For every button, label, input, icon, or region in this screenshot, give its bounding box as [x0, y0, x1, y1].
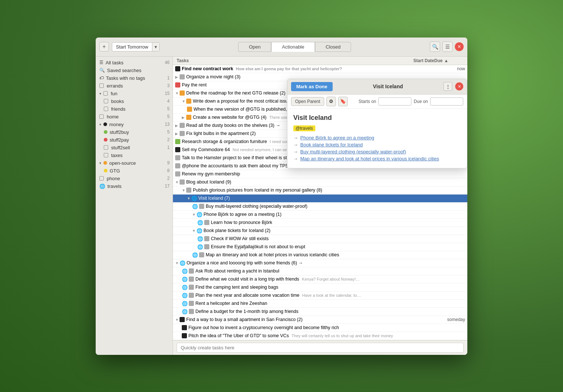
task-name: Phone Björk to agree on a meeting (1)	[203, 212, 465, 217]
table-row[interactable]: ▼ Blog about Iceland (9)	[173, 178, 467, 186]
sidebar-item-open-source[interactable]: ▾ open-source 9	[96, 159, 173, 167]
task-color-indicator	[189, 277, 194, 282]
tab-open[interactable]: Open	[238, 42, 271, 52]
task-color-indicator	[182, 333, 187, 338]
open-source-label: open-source	[109, 160, 136, 166]
sidebar-item-saved-searches[interactable]: 🔍 Saved searches	[96, 67, 173, 74]
table-row[interactable]: 🌐 Check if WOW Air still exists	[173, 235, 467, 243]
tab-actionable[interactable]: Actionable	[271, 42, 315, 52]
sidebar-item-stuff2sell[interactable]: stuff2sell 1	[96, 144, 173, 152]
table-row[interactable]: ▼ 🌐 Visit Iceland (7)	[173, 195, 467, 203]
sidebar-item-money[interactable]: ▾ money 13	[96, 121, 173, 128]
table-row[interactable]: 🌐 Ask Rob about renting a yacht in Istan…	[173, 267, 467, 275]
sidebar-item-stuff2pay[interactable]: stuff2pay 2	[96, 136, 173, 144]
app-window: + Start Tomorrow ▾ Open Actionable Close…	[96, 38, 467, 355]
list-item[interactable]: Phone Björk to agree on a meeting	[293, 135, 461, 140]
table-row[interactable]: 🌐 Rent a helicopter and hire Zeeshan	[173, 300, 467, 308]
task-color-indicator	[204, 244, 209, 249]
menu-button[interactable]: ☰	[442, 42, 453, 52]
detail-close-button[interactable]: ✕	[455, 82, 463, 90]
task-expand-icon: ▼	[182, 99, 186, 103]
task-name: Book plane tickets for Iceland (2)	[203, 228, 465, 233]
task-name: Organize a nice and loooong trip with so…	[187, 260, 465, 266]
table-row[interactable]: 🌐 Buy multi-layered clothing (especially…	[173, 203, 467, 211]
table-row[interactable]: 🌐 Learn how to pronounce Björk	[173, 219, 467, 227]
sidebar-item-gtg[interactable]: GTG 8	[96, 167, 173, 175]
search-button[interactable]: 🔍	[430, 42, 440, 52]
sidebar-item-home[interactable]: home 5	[96, 113, 173, 121]
sidebar-item-phone[interactable]: phone 2	[96, 175, 173, 182]
table-row[interactable]: 🌐 Define what we could visit in a long t…	[173, 275, 467, 284]
task-expand-icon: ▼	[192, 229, 196, 233]
close-button[interactable]: ✕	[455, 42, 464, 51]
sidebar-item-no-tags[interactable]: 🏷 Tasks with no tags 1	[96, 74, 173, 82]
table-row[interactable]: ▼ 🌐 Phone Björk to agree on a meeting (1…	[173, 211, 467, 219]
table-row[interactable]: ▼ 🌐 Organize a nice and loooong trip wit…	[173, 259, 467, 267]
no-tags-count: 1	[167, 75, 170, 81]
task-name: Ask Rob about renting a yacht in Istanbu…	[195, 268, 465, 274]
travels-label: travels	[107, 183, 121, 189]
list-item[interactable]: Buy multi-layered clothing (especially w…	[293, 149, 461, 154]
sidebar-item-taxes[interactable]: taxes	[96, 152, 173, 159]
sidebar-item-all-tasks[interactable]: ☰ All tasks 46	[96, 59, 173, 67]
gtg-dot	[104, 169, 107, 172]
sidebar-item-travels[interactable]: 🌐 travels 17	[96, 182, 173, 190]
table-row[interactable]: 🌐 Find the camping tent and sleeping bag…	[173, 284, 467, 292]
list-item[interactable]: Book plane tickets for Iceland	[293, 142, 461, 147]
list-item[interactable]: Map an itinerary and look at hotel price…	[293, 156, 461, 161]
task-expand-icon: ▼	[175, 261, 180, 265]
detail-menu-button[interactable]: ⋮	[443, 82, 452, 91]
table-row[interactable]: ▼ 🌐 Book plane tickets for Iceland (2)	[173, 227, 467, 235]
quick-create-input[interactable]	[177, 343, 464, 353]
subtask-link[interactable]: Buy multi-layered clothing (especially w…	[300, 149, 406, 154]
detail-settings-icon[interactable]: ⚙	[326, 97, 336, 106]
detail-body: Visit Iceland @travels Phone Björk to ag…	[287, 109, 467, 168]
sidebar-item-books[interactable]: books 4	[96, 97, 173, 105]
detail-tag[interactable]: @travels	[293, 125, 315, 131]
task-color-indicator	[182, 325, 187, 330]
table-row[interactable]: 🌐 Define a budget for the 1-month trip a…	[173, 308, 467, 316]
fun-checkbox	[103, 91, 108, 96]
task-name: Find a way to buy a small apartment in S…	[186, 317, 436, 322]
table-row[interactable]: 🌐 Map an itinerary and look at hotel pri…	[173, 251, 467, 259]
sidebar-item-fun[interactable]: ▾ fun 15	[96, 90, 173, 97]
globe-icon: 🌐	[182, 277, 188, 282]
detail-bookmark-icon[interactable]: 🔖	[338, 97, 348, 106]
table-row[interactable]: 🌐 Ensure the Eyjafjallajökull is not abo…	[173, 243, 467, 251]
open-parent-button[interactable]: Open Parent	[291, 97, 324, 106]
task-color-indicator	[175, 82, 180, 88]
mark-done-button[interactable]: Mark as Done	[291, 82, 333, 91]
task-color-indicator	[175, 163, 180, 168]
tag-icon: 🏷	[99, 75, 104, 81]
table-row[interactable]: 🌐 Plan the next year and allocate some v…	[173, 292, 467, 300]
search-icon: 🔍	[99, 68, 105, 73]
table-row[interactable]: Pitch the idea of "The Uber of GTD" to s…	[173, 332, 467, 340]
table-row[interactable]: Find new contract work How else am I gon…	[173, 65, 467, 73]
table-row[interactable]: ▼ Find a way to buy a small apartment in…	[173, 316, 467, 324]
phone-checkbox	[99, 176, 104, 181]
task-expand-icon: ▼	[175, 318, 180, 322]
gtg-label: GTG	[110, 168, 120, 174]
tab-closed[interactable]: Closed	[315, 42, 351, 52]
money-expand: ▾	[99, 122, 101, 126]
due-on-input[interactable]	[430, 97, 463, 106]
quick-create-area	[173, 340, 467, 355]
task-note: How else am I gonna pay for that yacht a…	[236, 67, 342, 71]
globe-icon: 🌐	[196, 212, 202, 217]
subtask-link[interactable]: Map an itinerary and look at hotel price…	[300, 156, 439, 161]
sidebar-item-stuff2buy[interactable]: stuff2buy 5	[96, 128, 173, 136]
subtask-link[interactable]: Phone Björk to agree on a meeting	[300, 135, 374, 140]
task-name: Find new contract work How else am I gon…	[182, 66, 436, 71]
open-source-count: 9	[167, 160, 170, 165]
add-button[interactable]: +	[99, 42, 109, 51]
sidebar-item-friends[interactable]: friends 5	[96, 105, 173, 113]
gtg-count: 8	[167, 168, 170, 173]
table-row[interactable]: Figure out how to invent a cryptocurrenc…	[173, 324, 467, 332]
title-actions: 🔍 ☰ ✕	[430, 42, 464, 52]
title-dropdown-arrow[interactable]: ▾	[152, 43, 159, 51]
subtask-link[interactable]: Book plane tickets for Iceland	[300, 142, 363, 147]
sidebar-item-errands[interactable]: errands 3	[96, 82, 173, 90]
starts-on-input[interactable]	[378, 97, 411, 106]
table-row[interactable]: ▼ Publish glorious pictures from Iceland…	[173, 186, 467, 195]
table-row[interactable]: Renew my gym membership	[173, 170, 467, 178]
